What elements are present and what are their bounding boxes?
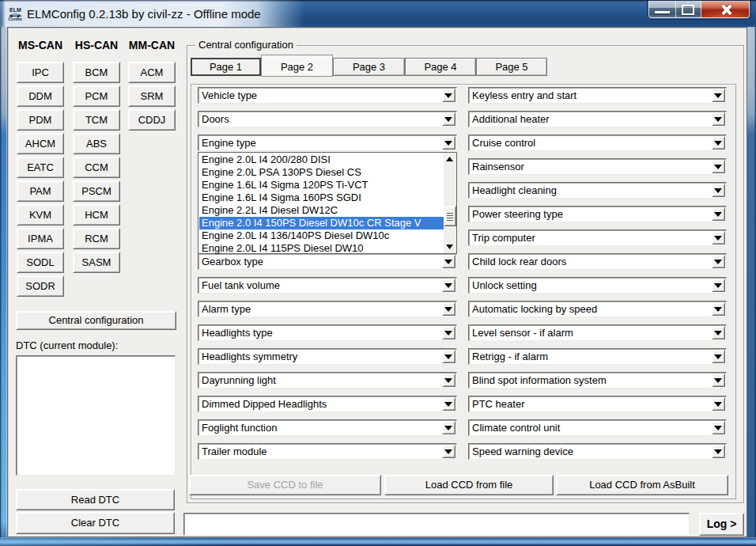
svg-text:Config: Config bbox=[8, 17, 21, 21]
svg-text:ELM: ELM bbox=[9, 7, 21, 13]
